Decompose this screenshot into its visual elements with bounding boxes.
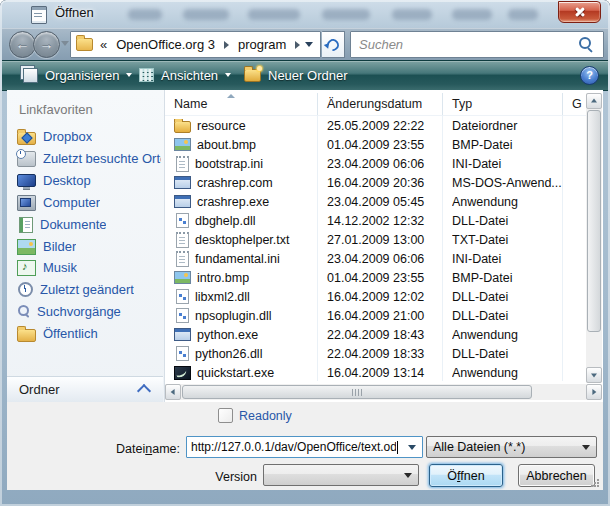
titlebar[interactable]: Öffnen [0,0,610,28]
table-row[interactable]: about.bmp01.04.2009 23:55BMP-Datei [165,135,583,154]
dll-file-icon [176,289,189,304]
sidebar-item-public-folder[interactable]: Öffentlich [13,323,161,344]
vertical-scroll-thumb[interactable] [587,110,601,332]
bmp-file-icon [174,271,191,284]
history-dropdown-icon[interactable] [61,41,69,46]
table-row[interactable]: bootstrap.ini23.04.2009 06:06INI-Datei [165,154,583,173]
filename-label: Dateiname: [7,442,180,456]
sidebar-item-pictures[interactable]: Bilder [13,236,161,257]
sidebar-item-label: Öffentlich [43,326,98,341]
horizontal-scroll-thumb[interactable] [182,385,532,399]
chevron-right-icon[interactable] [295,41,300,49]
file-name: fundamental.ini [195,252,280,266]
scroll-right-button[interactable] [586,384,602,400]
table-row[interactable]: resource25.05.2009 22:22Dateiordner [165,116,583,135]
table-row[interactable]: python.exe22.04.2009 18:43Anwendung [165,325,583,344]
search-input[interactable] [357,34,576,55]
sidebar-item-label: Bilder [43,239,76,254]
sidebar-item-computer[interactable]: Computer [13,192,161,213]
open-button[interactable]: Öffnen [429,464,503,487]
sidebar-item-desktop[interactable]: Desktop [13,170,161,191]
filename-input[interactable]: http://127.0.0.1/dav/OpenOffice/text.odt [186,436,423,458]
searches-icon [17,305,30,318]
folder-icon [174,121,191,133]
cancel-button[interactable]: Abbrechen [518,464,595,487]
file-name-cell: crashrep.com [174,176,314,190]
table-row[interactable]: intro.bmp01.04.2009 23:55BMP-Datei [165,268,583,287]
dialog-footer: Readonly Dateiname: http://127.0.0.1/dav… [7,402,603,490]
collapsed-crumbs-indicator[interactable]: « [100,37,107,52]
sidebar-item-recent-places[interactable]: Zuletzt besuchte Orte [13,148,161,169]
forward-button[interactable]: → [33,31,60,58]
label-part: fnen [460,469,484,483]
table-row[interactable]: crashrep.com16.04.2009 20:36MS-DOS-Anwen… [165,173,583,192]
folders-expander[interactable]: Ordner [7,376,163,402]
navigation-bar: ← → « OpenOffice.org 3 program [2,28,608,60]
organize-button[interactable]: Organisieren [14,64,138,86]
recently-changed-icon [18,282,33,297]
column-header-name[interactable]: Name [165,93,318,115]
chevron-up-icon [137,384,151,398]
file-date: 16.04.2009 20:36 [327,176,424,190]
address-dropdown-icon[interactable] [305,42,313,47]
scroll-down-button[interactable] [586,367,602,383]
filename-value: http://127.0.0.1/dav/OpenOffice/text.odt [191,440,396,454]
table-row[interactable]: python26.dll22.04.2009 18:33DLL-Datei [165,344,583,363]
close-button[interactable] [558,1,601,23]
new-folder-button[interactable]: Neuer Ordner [238,64,353,86]
file-name-cell: bootstrap.ini [174,156,314,172]
breadcrumb-item-program[interactable]: program [238,37,286,52]
breadcrumb-item-openoffice[interactable]: OpenOffice.org 3 [116,37,215,52]
chevron-right-icon[interactable] [224,41,229,49]
table-row[interactable]: dbghelp.dll14.12.2002 12:32DLL-Datei [165,211,583,230]
file-date: 01.04.2009 23:55 [327,271,424,285]
vertical-scrollbar[interactable] [586,93,602,383]
sidebar-item-label: Dropbox [43,129,92,144]
filetype-select[interactable]: Alle Dateien (*.*) [426,436,597,458]
file-name-cell: npsoplugin.dll [174,308,314,323]
organize-label: Organisieren [45,68,119,83]
sidebar-item-documents[interactable]: Dokumente [13,214,161,235]
filename-history-dropdown-icon[interactable] [408,445,416,450]
file-name: desktophelper.txt [195,233,290,247]
sidebar-item-recently-changed[interactable]: Zuletzt geändert [13,279,161,300]
table-row[interactable]: desktophelper.txt27.01.2009 13:00TXT-Dat… [165,230,583,249]
scroll-left-button[interactable] [165,384,181,400]
msdos-application-icon [174,176,191,189]
table-row[interactable]: crashrep.exe23.04.2009 05:45Anwendung [165,192,583,211]
file-name: npsoplugin.dll [195,309,271,323]
help-button[interactable] [580,66,599,85]
readonly-checkbox[interactable] [218,408,233,423]
version-select[interactable] [263,464,419,486]
column-header-size[interactable]: G [563,93,586,115]
file-date: 22.04.2009 18:43 [327,328,424,342]
views-label: Ansichten [161,68,218,83]
table-row[interactable]: quickstart.exe16.04.2009 13:14Anwendung [165,363,583,382]
table-row[interactable]: npsoplugin.dll16.04.2009 21:00DLL-Datei [165,306,583,325]
readonly-checkbox-row[interactable]: Readonly [218,408,292,423]
chevron-down-icon [225,73,231,77]
breadcrumb[interactable]: « OpenOffice.org 3 program [70,31,321,58]
table-row[interactable]: fundamental.ini23.04.2009 06:06INI-Datei [165,249,583,268]
computer-icon [17,195,36,211]
scroll-up-button[interactable] [586,93,602,109]
sidebar-item-music[interactable]: Musik [13,257,161,278]
sidebar-item-label: Zuletzt besuchte Orte [43,151,161,166]
resize-grip[interactable] [590,478,600,488]
column-header-type[interactable]: Typ [443,93,563,115]
views-icon [139,68,154,82]
refresh-button[interactable] [322,31,345,58]
horizontal-scrollbar[interactable] [165,384,602,400]
file-name: quickstart.exe [197,366,274,380]
search-icon[interactable] [579,37,591,49]
sidebar-item-dropbox-folder[interactable]: Dropbox [13,126,161,147]
sidebar-item-searches[interactable]: Suchvorgänge [13,301,161,322]
column-header-date[interactable]: Änderungsdatum [318,93,443,115]
file-date: 25.05.2009 22:22 [327,119,424,133]
sidebar-item-label: Dokumente [40,217,106,232]
views-button[interactable]: Ansichten [133,64,237,86]
file-type: DLL-Datei [452,290,570,304]
back-button[interactable]: ← [9,31,36,58]
table-row[interactable]: libxml2.dll16.04.2009 12:02DLL-Datei [165,287,583,306]
organize-icon [23,68,38,83]
